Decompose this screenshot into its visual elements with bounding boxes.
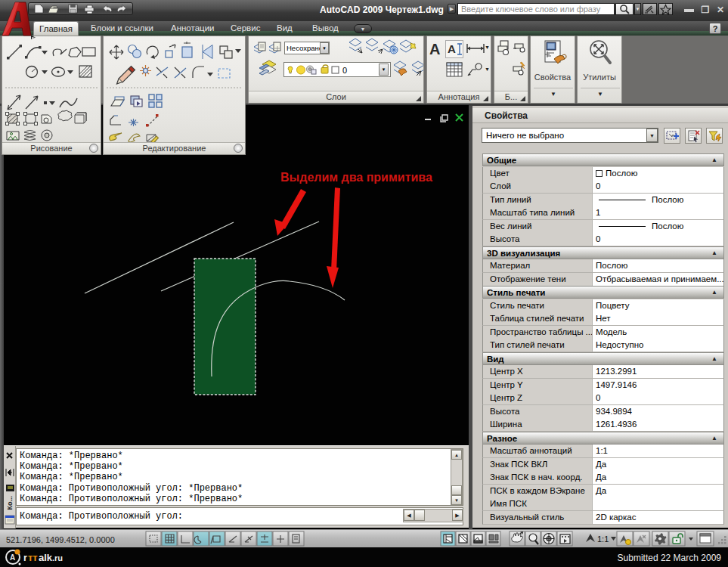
svg-text:.ru: .ru <box>52 553 63 562</box>
svg-text:0: 0 <box>342 66 347 75</box>
svg-text:тт: тт <box>28 552 38 563</box>
svg-text:Ко...: Ко... <box>6 496 14 510</box>
svg-text:alk: alk <box>39 552 53 563</box>
svg-text:Выделим два примитива: Выделим два примитива <box>280 171 432 184</box>
svg-text:A: A <box>10 553 15 562</box>
svg-text:r: r <box>23 552 27 563</box>
svg-text:1:1: 1:1 <box>597 534 609 544</box>
